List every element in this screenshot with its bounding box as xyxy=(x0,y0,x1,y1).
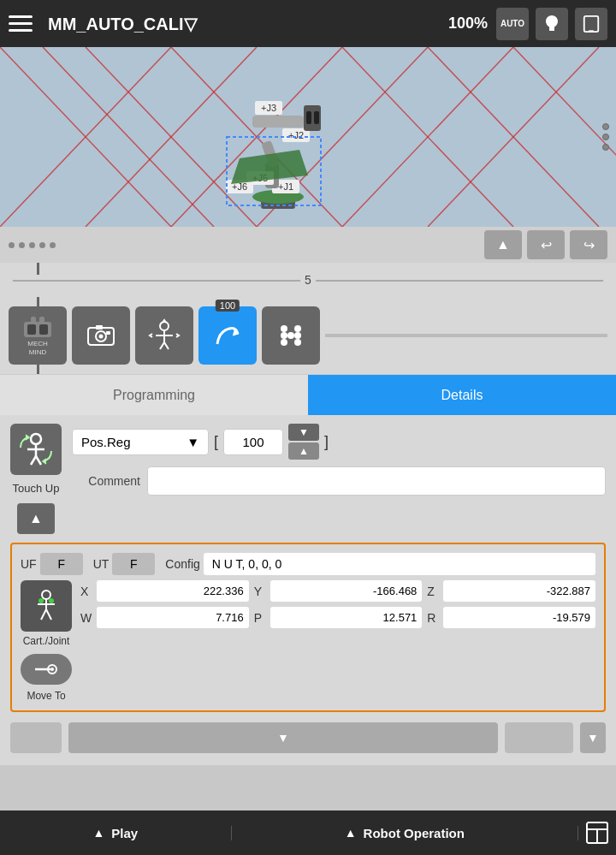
footer: ▲ Play ▲ Robot Operation xyxy=(0,810,616,855)
expand-button[interactable]: ▲ xyxy=(484,230,522,259)
coordinates-grid: X 222.336 Y -166.468 Z -322.887 W xyxy=(80,580,595,628)
details-panel: Touch Up ▲ Pos.Reg ▼ [ 100 ▼ ▲ ] Comme xyxy=(0,415,616,765)
handguide-block[interactable] xyxy=(135,306,193,365)
svg-point-56 xyxy=(281,332,287,339)
svg-point-57 xyxy=(294,332,301,339)
svg-line-50 xyxy=(164,342,169,349)
y-coord: Y -166.468 xyxy=(254,580,423,602)
play-label: Play xyxy=(111,826,138,840)
play-arrow-icon: ▲ xyxy=(92,826,104,840)
bracket-close: ] xyxy=(324,433,329,451)
x-coord: X 222.336 xyxy=(80,580,249,602)
touchup-column: Touch Up ▲ xyxy=(10,424,62,534)
step-connector-top xyxy=(37,263,39,275)
svg-text:+J2: +J2 xyxy=(288,130,304,140)
touchup-icon[interactable] xyxy=(10,424,62,475)
comment-row: Comment xyxy=(72,466,606,496)
wpr-row: W 7.716 P 12.571 R -19.579 xyxy=(80,607,595,628)
path-block[interactable]: 100 xyxy=(198,306,257,365)
robot-operation-label: Robot Operation xyxy=(364,826,465,840)
viewport-scroll-indicator xyxy=(602,123,609,151)
posreg-number[interactable]: 100 xyxy=(223,429,283,455)
tabs-row: Programming Details xyxy=(0,374,616,415)
svg-point-53 xyxy=(281,339,287,346)
svg-rect-39 xyxy=(31,317,36,324)
w-coord: W 7.716 xyxy=(80,607,249,628)
zoom-level: 100% xyxy=(448,15,488,33)
robot-operation-button[interactable]: ▲ Robot Operation xyxy=(232,826,578,840)
svg-point-54 xyxy=(294,339,301,346)
svg-line-61 xyxy=(31,456,36,465)
svg-rect-0 xyxy=(584,15,599,31)
layout-button[interactable] xyxy=(578,814,616,852)
posreg-row: Pos.Reg ▼ [ 100 ▼ ▲ ] xyxy=(72,424,606,460)
app-header: MM_AUTO_CALI▽ 100% AUTO xyxy=(0,0,616,47)
camera-block[interactable] xyxy=(72,306,130,365)
svg-rect-40 xyxy=(39,317,44,324)
play-button[interactable]: ▲ Play xyxy=(0,826,232,840)
svg-rect-44 xyxy=(96,325,103,330)
moveto-button[interactable] xyxy=(21,654,72,685)
z-value: -322.887 xyxy=(443,580,595,602)
posreg-dropdown[interactable]: Pos.Reg ▼ xyxy=(72,429,209,455)
step-indicator-row: 5 xyxy=(0,263,616,297)
dots-block[interactable] xyxy=(262,306,320,365)
p-coord: P 12.571 xyxy=(254,607,423,628)
cart-joint-label: Cart./Joint xyxy=(23,635,70,647)
viewport-background: +J1 +J5 +J6 +J2 +J3 xyxy=(0,47,616,227)
svg-point-43 xyxy=(99,335,104,339)
mechmind-block[interactable]: MECH MIND xyxy=(9,306,67,365)
config-value: N U T, 0, 0, 0 xyxy=(204,553,595,575)
svg-rect-37 xyxy=(27,324,36,335)
comment-input[interactable] xyxy=(147,466,606,496)
svg-rect-45 xyxy=(106,331,110,335)
svg-rect-33 xyxy=(306,111,311,124)
uf-label: UF xyxy=(21,557,37,571)
auto-mode-icon[interactable]: AUTO xyxy=(496,8,529,40)
z-label: Z xyxy=(427,585,441,598)
step-number: 5 xyxy=(300,273,316,287)
w-label: W xyxy=(80,611,94,625)
r-value: -19.579 xyxy=(443,607,595,628)
config-label: Config xyxy=(165,557,199,571)
tab-details[interactable]: Details xyxy=(308,374,616,415)
posreg-arrows: ▼ ▲ xyxy=(288,424,319,460)
app-title: MM_AUTO_CALI▽ xyxy=(48,14,440,34)
x-value: 222.336 xyxy=(97,580,249,602)
svg-rect-38 xyxy=(39,324,48,335)
ut-label: UT xyxy=(93,557,110,571)
cart-joint-icon[interactable] xyxy=(21,580,72,632)
tablet-icon[interactable] xyxy=(575,8,607,40)
touchup-row: Touch Up ▲ Pos.Reg ▼ [ 100 ▼ ▲ ] Comme xyxy=(10,424,606,534)
posreg-down-arrow[interactable]: ▼ xyxy=(288,424,319,441)
svg-line-62 xyxy=(36,456,41,465)
moveto-label: Move To xyxy=(27,690,65,702)
bottom-arrow-control: ▼ xyxy=(580,722,606,753)
posreg-section: Pos.Reg ▼ [ 100 ▼ ▲ ] Comment xyxy=(72,424,606,496)
posreg-up-arrow[interactable]: ▲ xyxy=(288,442,319,460)
cart-joint-controls: Cart./Joint Move To xyxy=(21,580,72,702)
robot-viewport: +J1 +J5 +J6 +J2 +J3 xyxy=(0,47,616,227)
undo-button[interactable]: ↩ xyxy=(527,230,565,259)
r-label: R xyxy=(427,611,441,625)
block-continuation-line xyxy=(325,334,607,337)
xyz-row: X 222.336 Y -166.468 Z -322.887 xyxy=(80,580,595,602)
uf-value: F xyxy=(40,553,83,575)
svg-line-67 xyxy=(46,609,51,620)
y-value: -166.468 xyxy=(270,580,423,602)
bottom-partial-row: ▼ ▼ xyxy=(10,719,606,757)
touchup-up-button[interactable]: ▲ xyxy=(17,503,55,534)
touchup-label: Touch Up xyxy=(13,482,60,495)
svg-line-49 xyxy=(160,342,164,349)
svg-point-52 xyxy=(294,325,301,332)
tab-programming[interactable]: Programming xyxy=(0,374,308,415)
w-value: 7.716 xyxy=(97,607,249,628)
robot-arm-icon[interactable] xyxy=(536,8,568,40)
z-coord: Z -322.887 xyxy=(427,580,595,602)
svg-point-63 xyxy=(42,591,50,599)
pagination-dots xyxy=(9,242,56,248)
menu-button[interactable] xyxy=(9,9,39,39)
redo-button[interactable]: ↪ xyxy=(570,230,607,259)
cart-joint-section: Cart./Joint Move To X 222.336 xyxy=(21,580,595,702)
svg-point-55 xyxy=(287,332,294,339)
